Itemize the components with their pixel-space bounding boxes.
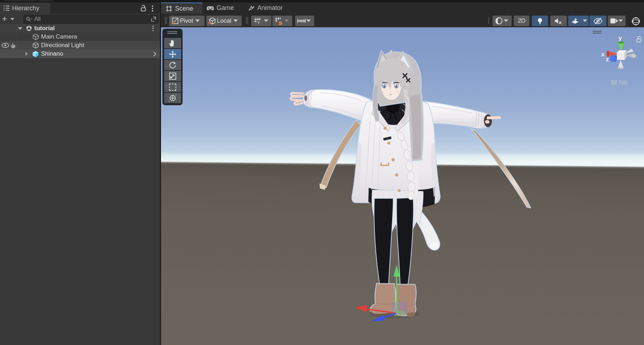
- svg-text:Y: Y: [257, 21, 260, 24]
- svg-text:y: y: [619, 35, 622, 41]
- svg-text:x: x: [601, 51, 605, 58]
- svg-text:z: z: [606, 56, 609, 63]
